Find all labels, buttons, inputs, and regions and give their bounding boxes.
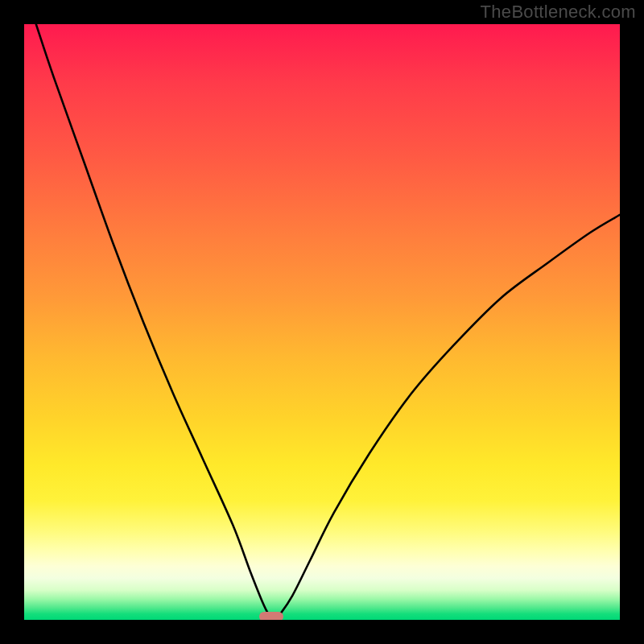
optimal-point-marker <box>259 612 283 620</box>
bottleneck-curve <box>24 24 620 620</box>
curve-path <box>36 24 620 620</box>
watermark-text: TheBottleneck.com <box>481 2 636 23</box>
chart-container: TheBottleneck.com <box>0 0 644 644</box>
plot-area <box>24 24 620 620</box>
